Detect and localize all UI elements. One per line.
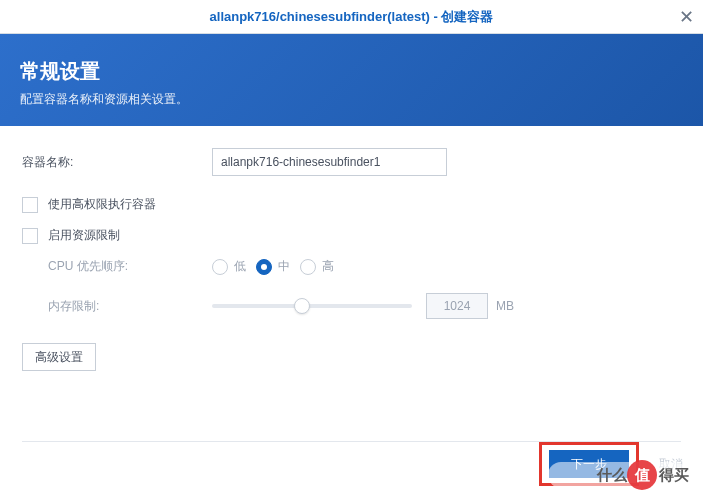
slider-thumb[interactable] [294,298,310,314]
enable-limit-checkbox[interactable] [22,228,38,244]
hero-banner: 常规设置 配置容器名称和资源相关设置。 [0,34,703,126]
advanced-settings-button[interactable]: 高级设置 [22,343,96,371]
cpu-radio-mid[interactable]: 中 [256,258,290,275]
footer-actions: 下一步 取消 [539,442,683,486]
radio-icon [300,259,316,275]
container-name-input[interactable] [212,148,447,176]
cpu-priority-label: CPU 优先顺序: [48,258,212,275]
next-button[interactable]: 下一步 [549,450,629,478]
close-icon[interactable]: ✕ [669,0,703,34]
titlebar: allanpk716/chinesesubfinder(latest) - 创建… [0,0,703,34]
enable-limit-label: 启用资源限制 [48,227,120,244]
form-content: 容器名称: 使用高权限执行容器 启用资源限制 CPU 优先顺序: 低 中 [0,126,703,371]
high-privilege-row[interactable]: 使用高权限执行容器 [22,196,681,213]
cpu-radio-low[interactable]: 低 [212,258,246,275]
highlight-annotation: 下一步 [539,442,639,486]
enable-limit-row[interactable]: 启用资源限制 [22,227,681,244]
memory-unit: MB [496,299,514,313]
hero-subtitle: 配置容器名称和资源相关设置。 [20,91,675,108]
cpu-priority-row: CPU 优先顺序: 低 中 高 [48,258,681,275]
memory-slider[interactable] [212,304,412,308]
memory-input [426,293,488,319]
cancel-button[interactable]: 取消 [659,456,683,473]
radio-icon [256,259,272,275]
hero-title: 常规设置 [20,58,675,85]
high-privilege-checkbox[interactable] [22,197,38,213]
high-privilege-label: 使用高权限执行容器 [48,196,156,213]
radio-icon [212,259,228,275]
memory-limit-row: 内存限制: MB [48,293,681,319]
container-name-label: 容器名称: [22,154,212,171]
window-title: allanpk716/chinesesubfinder(latest) - 创建… [210,8,494,26]
memory-limit-label: 内存限制: [48,298,212,315]
container-name-row: 容器名称: [22,148,681,176]
cpu-radio-high[interactable]: 高 [300,258,334,275]
cpu-radio-group: 低 中 高 [212,258,334,275]
